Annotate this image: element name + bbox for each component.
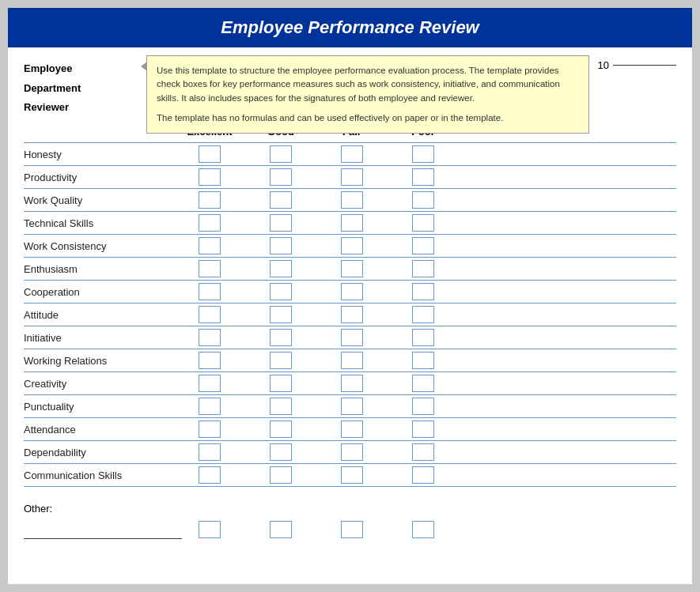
good-checkbox[interactable] bbox=[270, 443, 292, 461]
employee-label: Employee bbox=[24, 59, 150, 79]
excellent-cell bbox=[174, 258, 245, 280]
excellent-cell bbox=[174, 326, 245, 349]
excellent-checkbox[interactable] bbox=[199, 329, 221, 346]
criteria-row: Communication Skills bbox=[24, 463, 676, 487]
fair-checkbox[interactable] bbox=[341, 443, 363, 461]
fair-checkbox[interactable] bbox=[341, 283, 363, 300]
excellent-checkbox[interactable] bbox=[199, 260, 221, 277]
poor-checkbox[interactable] bbox=[412, 145, 434, 163]
excellent-cell bbox=[174, 143, 245, 165]
fair-checkbox[interactable] bbox=[341, 352, 363, 369]
date-input-line[interactable] bbox=[613, 65, 676, 66]
criteria-label: Punctuality bbox=[24, 398, 174, 415]
poor-checkbox[interactable] bbox=[412, 466, 434, 484]
other-label: Other: bbox=[24, 503, 676, 515]
poor-cell bbox=[388, 395, 459, 417]
good-checkbox[interactable] bbox=[270, 260, 292, 277]
good-cell bbox=[245, 258, 316, 280]
fair-checkbox[interactable] bbox=[341, 398, 363, 415]
fair-checkbox[interactable] bbox=[341, 237, 363, 255]
fair-checkbox[interactable] bbox=[341, 466, 363, 484]
poor-checkbox[interactable] bbox=[412, 306, 434, 323]
criteria-checkboxes bbox=[174, 212, 676, 234]
good-checkbox[interactable] bbox=[270, 214, 292, 232]
excellent-checkbox[interactable] bbox=[199, 443, 221, 461]
criteria-row: Cooperation bbox=[24, 280, 676, 303]
criteria-label: Initiative bbox=[24, 330, 174, 346]
fair-checkbox[interactable] bbox=[341, 168, 363, 186]
excellent-checkbox[interactable] bbox=[199, 168, 221, 186]
fair-checkbox[interactable] bbox=[341, 145, 363, 163]
good-checkbox[interactable] bbox=[270, 466, 292, 484]
criteria-section: HonestyProductivityWork QualityTechnical… bbox=[24, 142, 676, 487]
good-checkbox[interactable] bbox=[270, 306, 292, 323]
top-section: Employee Department Reviewer 10 bbox=[24, 55, 676, 118]
fair-cell bbox=[316, 372, 388, 394]
criteria-row: Work Consistency bbox=[24, 234, 676, 257]
poor-checkbox[interactable] bbox=[412, 168, 434, 186]
excellent-checkbox[interactable] bbox=[199, 398, 221, 415]
poor-checkbox[interactable] bbox=[412, 420, 434, 438]
criteria-label: Communication Skills bbox=[24, 467, 174, 484]
fair-cell bbox=[316, 212, 388, 234]
excellent-checkbox[interactable] bbox=[199, 214, 221, 232]
fair-checkbox[interactable] bbox=[341, 375, 363, 392]
fair-checkbox[interactable] bbox=[341, 329, 363, 346]
poor-cell bbox=[388, 326, 459, 349]
excellent-checkbox[interactable] bbox=[199, 283, 221, 300]
other-good-checkbox[interactable] bbox=[270, 521, 292, 538]
criteria-checkboxes bbox=[174, 441, 676, 463]
good-checkbox[interactable] bbox=[270, 283, 292, 300]
other-input-line[interactable] bbox=[24, 525, 182, 539]
fair-checkbox[interactable] bbox=[341, 214, 363, 232]
excellent-checkbox[interactable] bbox=[199, 466, 221, 484]
excellent-checkbox[interactable] bbox=[199, 306, 221, 323]
good-checkbox[interactable] bbox=[270, 145, 292, 163]
tooltip-para-2: The template has no formulas and can be … bbox=[157, 111, 579, 125]
criteria-label: Honesty bbox=[24, 146, 174, 163]
poor-checkbox[interactable] bbox=[412, 237, 434, 255]
fair-cell bbox=[316, 166, 388, 188]
good-checkbox[interactable] bbox=[270, 420, 292, 438]
excellent-checkbox[interactable] bbox=[199, 237, 221, 255]
other-fair-checkbox[interactable] bbox=[341, 521, 363, 538]
other-excellent-checkbox[interactable] bbox=[199, 521, 221, 538]
poor-checkbox[interactable] bbox=[412, 443, 434, 461]
poor-checkbox[interactable] bbox=[412, 214, 434, 232]
good-checkbox[interactable] bbox=[270, 168, 292, 186]
poor-checkbox[interactable] bbox=[412, 375, 434, 392]
poor-checkbox[interactable] bbox=[412, 191, 434, 209]
good-checkbox[interactable] bbox=[270, 375, 292, 392]
poor-checkbox[interactable] bbox=[412, 283, 434, 300]
criteria-row: Attitude bbox=[24, 303, 676, 326]
poor-checkbox[interactable] bbox=[412, 260, 434, 277]
excellent-cell bbox=[174, 395, 245, 417]
good-checkbox[interactable] bbox=[270, 237, 292, 255]
good-cell bbox=[245, 395, 316, 417]
poor-checkbox[interactable] bbox=[412, 352, 434, 369]
good-checkbox[interactable] bbox=[270, 398, 292, 415]
fair-checkbox[interactable] bbox=[341, 306, 363, 323]
excellent-checkbox[interactable] bbox=[199, 191, 221, 209]
excellent-cell bbox=[174, 189, 245, 211]
poor-checkbox[interactable] bbox=[412, 329, 434, 346]
good-checkbox[interactable] bbox=[270, 329, 292, 346]
fair-checkbox[interactable] bbox=[341, 191, 363, 209]
other-poor-checkbox[interactable] bbox=[412, 521, 434, 538]
fair-checkbox[interactable] bbox=[341, 260, 363, 277]
date-label: 10 bbox=[598, 59, 609, 71]
good-checkbox[interactable] bbox=[270, 191, 292, 209]
excellent-checkbox[interactable] bbox=[199, 145, 221, 163]
excellent-checkbox[interactable] bbox=[199, 375, 221, 392]
excellent-checkbox[interactable] bbox=[199, 352, 221, 369]
criteria-row: Technical Skills bbox=[24, 211, 676, 234]
fair-checkbox[interactable] bbox=[341, 420, 363, 438]
excellent-checkbox[interactable] bbox=[199, 420, 221, 438]
criteria-label: Technical Skills bbox=[24, 215, 174, 232]
other-section: Other: bbox=[24, 503, 676, 541]
criteria-label: Productivity bbox=[24, 169, 174, 186]
criteria-checkboxes bbox=[174, 418, 676, 440]
poor-checkbox[interactable] bbox=[412, 398, 434, 415]
fair-cell bbox=[316, 464, 388, 486]
good-checkbox[interactable] bbox=[270, 352, 292, 369]
